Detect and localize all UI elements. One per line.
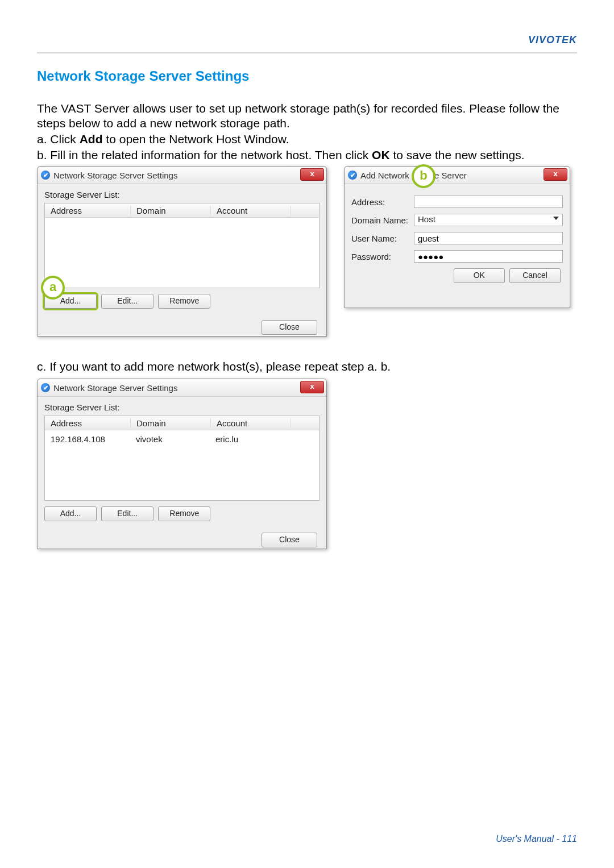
table-body-empty (45, 218, 319, 222)
badge-a: a (41, 276, 65, 300)
divider (37, 52, 577, 53)
step-a: a. Click Add to open the Network Host Wi… (37, 132, 577, 147)
close-button-bottom[interactable]: Close (262, 533, 317, 547)
figure-row-1: ✔ Network Storage Server Settings x Stor… (37, 166, 577, 342)
close-button-bottom[interactable]: Close (262, 320, 317, 335)
domain-row: Domain Name: Host (351, 214, 563, 226)
edit-button[interactable]: Edit... (101, 294, 154, 309)
domain-select[interactable]: Host (414, 214, 563, 226)
page-footer: User's Manual - 111 (496, 834, 577, 844)
window-title-left: Add Network S (360, 171, 417, 180)
close-button[interactable]: x (544, 168, 567, 181)
step-b: b. Fill in the related information for t… (37, 148, 577, 163)
content-area: Network Storage Server Settings The VAST… (37, 68, 577, 560)
close-button[interactable]: x (300, 168, 324, 181)
ok-cancel-row: OK Cancel (351, 268, 563, 283)
intro-paragraph: The VAST Server allows user to set up ne… (37, 101, 577, 131)
add-network-host-window: ✔ Add Network S e Server x b Address: Do… (344, 166, 570, 308)
step-b-pre: b. Fill in the related information for t… (37, 148, 372, 161)
app-icon: ✔ (41, 171, 50, 180)
badge-b: b (412, 164, 435, 188)
domain-value: Host (418, 214, 435, 224)
user-input[interactable] (414, 232, 563, 244)
password-row: Password: (351, 250, 563, 263)
network-storage-settings-window-filled: ✔ Network Storage Server Settings x Stor… (37, 379, 327, 549)
user-row: User Name: (351, 232, 563, 244)
col-domain: Domain (131, 418, 211, 428)
address-row: Address: (351, 196, 563, 208)
address-input[interactable] (414, 196, 563, 208)
chevron-down-icon (553, 217, 559, 220)
list-label: Storage Server List: (44, 190, 320, 200)
password-input[interactable] (414, 250, 563, 263)
page-gradient (0, 771, 614, 868)
close-row: Close (44, 320, 320, 335)
storage-server-list[interactable]: Address Domain Account 192.168.4.108 viv… (44, 416, 320, 501)
cell-domain: vivotek (130, 434, 210, 444)
step-a-pre: a. Click (37, 132, 80, 146)
table-header: Address Domain Account (45, 203, 319, 218)
step-b-post: to save the new settings. (390, 148, 525, 161)
step-a-bold: Add (80, 132, 103, 146)
list-buttons-row: Add... Edit... Remove (44, 294, 320, 309)
cell-account: eric.lu (210, 434, 289, 444)
window-title: Network Storage Server Settings (53, 383, 177, 393)
col-address: Address (45, 418, 131, 428)
app-icon: ✔ (41, 383, 50, 392)
remove-button[interactable]: Remove (158, 294, 210, 309)
window-titlebar: ✔ Network Storage Server Settings x (38, 379, 326, 397)
ok-button[interactable]: OK (454, 268, 505, 283)
window-body: Storage Server List: Address Domain Acco… (38, 397, 326, 554)
edit-button[interactable]: Edit... (101, 506, 154, 521)
window-title: Network Storage Server Settings (53, 171, 177, 180)
window-body: Address: Domain Name: Host User Name: (345, 184, 570, 290)
window-title-right: e Server (434, 171, 467, 180)
address-label: Address: (351, 197, 414, 207)
password-label: Password: (351, 252, 414, 261)
footer-label: User's Manual - (496, 834, 562, 844)
table-body: 192.168.4.108 vivotek eric.lu (45, 430, 319, 447)
col-account: Account (211, 206, 291, 215)
table-row[interactable]: 192.168.4.108 vivotek eric.lu (45, 433, 319, 445)
col-domain: Domain (131, 206, 211, 215)
remove-button[interactable]: Remove (158, 506, 210, 521)
close-button[interactable]: x (300, 381, 324, 393)
network-storage-settings-window: ✔ Network Storage Server Settings x Stor… (37, 166, 327, 337)
step-a-post: to open the Network Host Window. (103, 132, 289, 146)
footer-page-number: 111 (562, 834, 577, 844)
list-label: Storage Server List: (44, 402, 320, 412)
storage-server-list[interactable]: Address Domain Account (44, 203, 320, 288)
step-c: c. If you want to add more network host(… (37, 359, 577, 374)
window-body: Storage Server List: Address Domain Acco… (38, 184, 326, 342)
app-icon: ✔ (348, 171, 357, 180)
user-label: User Name: (351, 234, 414, 243)
add-button[interactable]: Add... (44, 506, 97, 521)
section-title: Network Storage Server Settings (37, 68, 577, 84)
window-titlebar: ✔ Add Network S e Server x (345, 167, 570, 184)
window-titlebar: ✔ Network Storage Server Settings x (38, 167, 326, 184)
figure-row-2: ✔ Network Storage Server Settings x Stor… (37, 379, 577, 560)
col-address: Address (45, 206, 131, 215)
close-row: Close (44, 533, 320, 547)
brand-label: VIVOTEK (528, 34, 577, 46)
domain-label: Domain Name: (351, 215, 414, 225)
step-b-bold: OK (372, 148, 390, 161)
cancel-button[interactable]: Cancel (509, 268, 561, 283)
list-buttons-row: Add... Edit... Remove (44, 506, 320, 521)
cell-address: 192.168.4.108 (45, 434, 130, 444)
page: VIVOTEK Network Storage Server Settings … (0, 0, 614, 868)
table-header: Address Domain Account (45, 416, 319, 430)
col-account: Account (211, 418, 291, 428)
